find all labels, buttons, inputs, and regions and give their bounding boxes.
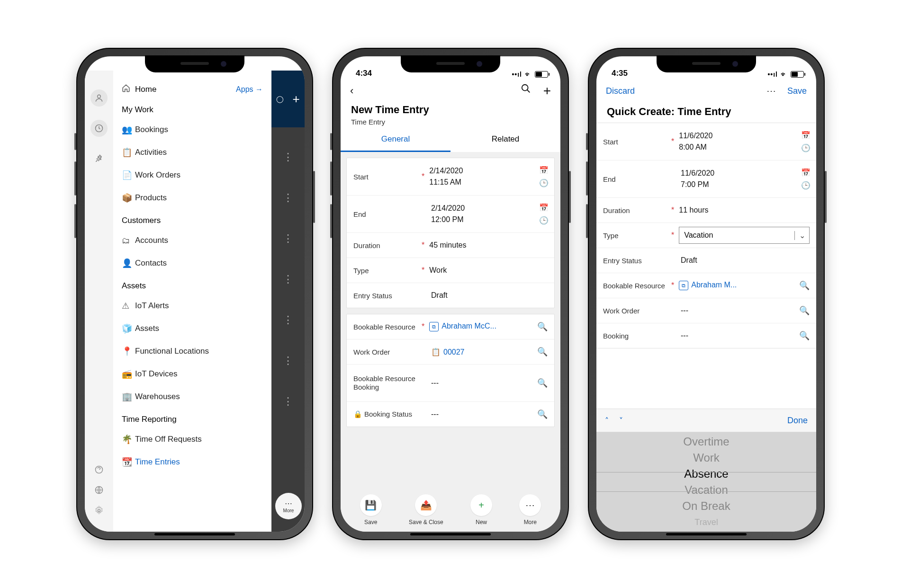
battery-icon	[791, 71, 804, 78]
wifi-icon: ᯤ	[781, 71, 788, 78]
save-close-button[interactable]: 📤Save & Close	[409, 494, 443, 526]
svg-point-4	[98, 509, 100, 512]
add-icon[interactable]: +	[543, 83, 551, 98]
phone-navigation: ◯+ ⋮⋮⋮⋮⋮⋮⋮ ⋯More	[76, 48, 313, 540]
field-work-order: Work Order --- 🔍	[596, 298, 816, 323]
nav-functional-locations[interactable]: 📍Functional Locations	[113, 340, 271, 363]
field-type: Type * Vacation ⌄	[596, 223, 816, 248]
calendar-icon[interactable]: 📅	[539, 203, 548, 212]
field-entry-status: Entry Status Draft	[596, 248, 816, 273]
field-work-order: Work Order 📋00027 🔍	[347, 339, 554, 364]
tab-general[interactable]: General	[341, 128, 450, 152]
search-icon[interactable]: 🔍	[537, 409, 548, 419]
recent-icon[interactable]	[90, 120, 108, 137]
field-start: Start * 11/6/2020 8:00 AM 📅🕒	[596, 123, 816, 160]
picker-up-icon[interactable]: ˄	[605, 416, 609, 425]
nav-activities[interactable]: 📋Activities	[113, 141, 271, 164]
page-title: Quick Create: Time Entry	[596, 103, 816, 123]
search-icon[interactable]	[521, 83, 531, 98]
field-entry-status: Entry Status Draft	[347, 283, 554, 308]
section-mywork: My Work	[113, 98, 271, 118]
wifi-icon: ᯤ	[525, 71, 532, 78]
search-icon[interactable]: 🔍	[799, 305, 810, 316]
field-bookable-resource-booking: Bookable Resource Booking --- 🔍	[347, 364, 554, 401]
search-icon[interactable]: 🔍	[537, 378, 548, 388]
clock-icon[interactable]: 🕒	[801, 143, 810, 152]
calendar-icon[interactable]: 📅	[801, 131, 810, 140]
nav-work-orders[interactable]: 📄Work Orders	[113, 164, 271, 187]
clock-icon[interactable]: 🕒	[539, 216, 548, 225]
signal-icon: ••ıl	[512, 71, 522, 78]
picker-done-button[interactable]: Done	[787, 416, 808, 426]
avatar-icon[interactable]	[90, 89, 108, 107]
tab-related[interactable]: Related	[450, 128, 560, 152]
picker-down-icon[interactable]: ˅	[619, 416, 623, 425]
field-duration: Duration * 45 minutes	[347, 232, 554, 258]
field-bookable-resource: Bookable Resource * ⧉Abraham McC... 🔍	[347, 314, 554, 339]
status-time: 4:34	[356, 69, 372, 78]
save-button[interactable]: Save	[787, 86, 807, 96]
save-button[interactable]: 💾Save	[360, 494, 382, 526]
page-title: New Time Entry	[341, 103, 560, 117]
more-button[interactable]: ⋯More	[519, 494, 541, 526]
status-time: 4:35	[612, 69, 628, 78]
nav-assets[interactable]: 🧊Assets	[113, 317, 271, 340]
phone-new-time-entry: 4:34 ••ıl ᯤ ‹ + New Time Entry Time Entr…	[332, 48, 569, 540]
background-header: ◯+	[271, 71, 305, 127]
discard-button[interactable]: Discard	[606, 86, 635, 96]
nav-accounts[interactable]: 🗂Accounts	[113, 229, 271, 252]
nav-iot-alerts[interactable]: ⚠IoT Alerts	[113, 294, 271, 317]
search-icon[interactable]: 🔍	[537, 347, 548, 357]
back-button[interactable]: ‹	[350, 85, 353, 97]
field-bookable-resource: Bookable Resource * ⧉Abraham M... 🔍	[596, 273, 816, 298]
bottom-bar: 💾Save 📤Save & Close +New ⋯More	[341, 488, 560, 532]
search-icon[interactable]: 🔍	[799, 330, 810, 341]
nav-iot-devices[interactable]: 📻IoT Devices	[113, 363, 271, 385]
sitemap-menu: Home Apps → My Work 👥Bookings 📋Activitie…	[113, 71, 271, 532]
overflow-icon[interactable]: ⋯	[766, 85, 777, 97]
status-bar: 4:35 ••ıl ᯤ	[596, 56, 816, 79]
nav-bookings[interactable]: 👥Bookings	[113, 118, 271, 141]
field-duration: Duration * 11 hours	[596, 197, 816, 223]
nav-contacts[interactable]: 👤Contacts	[113, 252, 271, 275]
field-booking-status: 🔒Booking Status --- 🔍	[347, 401, 554, 427]
clock-icon[interactable]: 🕒	[539, 178, 548, 187]
nav-warehouses[interactable]: 🏢Warehouses	[113, 385, 271, 408]
home-icon	[122, 84, 130, 95]
battery-icon	[535, 71, 548, 78]
type-select[interactable]: Vacation ⌄	[679, 227, 810, 244]
lock-icon: 🔒	[353, 410, 362, 418]
svg-point-5	[522, 85, 528, 91]
section-assets: Assets	[113, 275, 271, 294]
nav-rail	[85, 71, 113, 532]
clock-icon[interactable]: 🕒	[801, 181, 810, 190]
nav-time-off[interactable]: 🌴Time Off Requests	[113, 428, 271, 451]
field-end: End 2/14/2020 12:00 PM 📅🕒	[347, 195, 554, 232]
nav-products[interactable]: 📦Products	[113, 187, 271, 209]
apps-link[interactable]: Apps →	[236, 85, 263, 94]
picker-wheel[interactable]: Overtime Work Absence Vacation On Break …	[596, 432, 816, 532]
settings-icon[interactable]	[94, 506, 104, 517]
new-button[interactable]: +New	[470, 494, 492, 526]
search-icon[interactable]: 🔍	[537, 321, 548, 332]
nav-time-entries[interactable]: 📆Time Entries	[113, 451, 271, 473]
help-icon[interactable]	[94, 465, 104, 477]
pin-icon[interactable]	[90, 150, 108, 167]
globe-icon[interactable]	[94, 485, 104, 497]
page-subtitle: Time Entry	[341, 117, 560, 128]
signal-icon: ••ıl	[767, 71, 778, 78]
field-type: Type * Work	[347, 258, 554, 283]
phone-quick-create: 4:35 ••ıl ᯤ Discard ⋯ Save Quick Create:…	[588, 48, 825, 540]
section-time-reporting: Time Reporting	[113, 408, 271, 428]
field-end: End 11/6/2020 7:00 PM 📅🕒	[596, 160, 816, 197]
search-icon[interactable]: 🔍	[799, 280, 810, 291]
field-start: Start * 2/14/2020 11:15 AM 📅🕒	[347, 158, 554, 195]
field-booking: Booking --- 🔍	[596, 323, 816, 348]
section-customers: Customers	[113, 209, 271, 229]
more-pill[interactable]: ⋯More	[275, 493, 302, 519]
calendar-icon[interactable]: 📅	[539, 166, 548, 175]
status-bar: 4:34 ••ıl ᯤ	[341, 56, 560, 79]
nav-home[interactable]: Home	[135, 85, 156, 94]
picker-toolbar: ˄ ˅ Done	[596, 409, 816, 432]
calendar-icon[interactable]: 📅	[801, 168, 810, 177]
